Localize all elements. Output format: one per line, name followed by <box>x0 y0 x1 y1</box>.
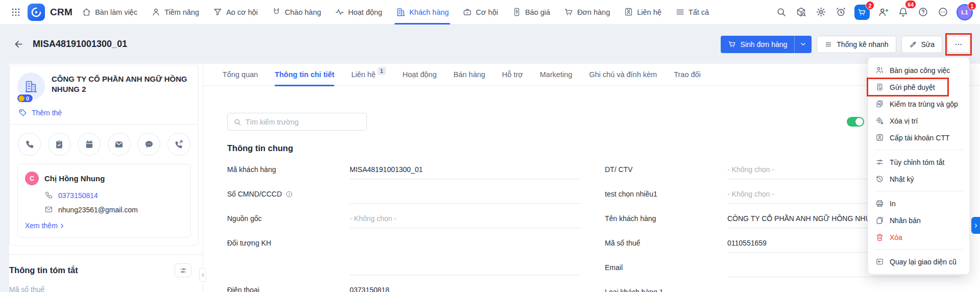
quick-stats-button[interactable]: Thống kê nhanh <box>817 36 896 53</box>
tab-contacts[interactable]: Liên hệ1 <box>351 64 385 86</box>
nav-item-opportunity-pool[interactable]: Ao cơ hội <box>213 0 258 25</box>
settings-button[interactable] <box>813 4 829 20</box>
field-placeholder: - Không chọn - <box>727 165 774 174</box>
tab-details[interactable]: Thông tin chi tiết <box>275 64 334 86</box>
company-card: 0 CÔNG TY CỔ PHẦN ANH NGỮ HỒNG NHUNG 2 T… <box>9 65 199 246</box>
field-input-customer-object[interactable] <box>350 231 581 278</box>
menu-item-handover-task[interactable]: Bàn giao công việc <box>868 62 969 79</box>
customize-summary-button[interactable] <box>175 263 191 277</box>
tab-label: Bán hàng <box>453 70 485 79</box>
menu-item-logs[interactable]: Nhật ký <box>868 171 969 187</box>
field-input-customer-type-1[interactable] <box>727 280 959 292</box>
add-tag-link[interactable]: Thêm thẻ <box>18 108 191 117</box>
nav-item-customers[interactable]: Khách hàng <box>396 0 449 25</box>
nav-item-orders[interactable]: Đơn hàng <box>564 0 610 25</box>
generate-order-caret[interactable] <box>794 36 812 53</box>
content-area: 0 CÔNG TY CỔ PHẦN ANH NGỮ HỒNG NHUNG 2 T… <box>0 64 980 292</box>
see-more-link[interactable]: Xem thêm <box>25 222 183 230</box>
tab-notes-attachments[interactable]: Ghi chú và đính kèm <box>589 64 657 86</box>
callout-button[interactable] <box>167 133 190 156</box>
menu-item-delete-location[interactable]: Xóa vị trí <box>868 112 969 129</box>
field-input-source[interactable]: - Không chọn - <box>350 206 581 231</box>
field-label-customer-type-1: Loại khách hàng 1 <box>605 280 727 292</box>
sidebar-collapse-button[interactable] <box>199 268 206 282</box>
field-input-phone[interactable]: 0373150818 <box>350 278 581 292</box>
clipboard-icon <box>54 139 64 150</box>
tab-activities[interactable]: Hoạt động <box>403 64 437 86</box>
generate-order-button[interactable]: Sinh đơn hàng <box>721 36 795 53</box>
sms-button[interactable] <box>137 133 160 156</box>
nav-item-opportunities[interactable]: Cơ hội <box>462 0 498 25</box>
show-empty-fields-toggle[interactable] <box>847 117 864 127</box>
tab-marketing[interactable]: Marketing <box>540 64 573 86</box>
email-button[interactable] <box>108 133 131 156</box>
app-launcher-button[interactable] <box>8 4 23 21</box>
notifications-button[interactable]: 64 <box>895 4 912 20</box>
meeting-button[interactable] <box>78 133 101 156</box>
nav-item-quotes[interactable]: Báo giá <box>512 0 550 25</box>
help-button[interactable] <box>915 4 932 20</box>
chat-icon <box>144 139 154 150</box>
menu-item-grant-portal-account[interactable]: Cấp tài khoản CTT <box>868 129 969 146</box>
field-label-phone: Điện thoại <box>227 278 350 292</box>
tab-label: Hỗ trợ <box>502 70 523 79</box>
nav-item-all[interactable]: Tất cả <box>675 0 709 25</box>
sliders-icon <box>875 158 884 166</box>
nav-item-contacts[interactable]: Liên hệ <box>624 0 662 25</box>
reminder-button[interactable] <box>832 4 849 20</box>
section-title: Thông tin chung <box>227 143 959 153</box>
pencil-icon <box>909 40 917 48</box>
back-button[interactable] <box>11 37 26 52</box>
page-title: MISA48191001300_01 <box>33 39 127 50</box>
tab-sales[interactable]: Bán hàng <box>453 64 485 86</box>
menu-item-send-approval[interactable]: Gửi phê duyệt <box>868 79 969 95</box>
menu-item-check-duplicate-merge[interactable]: Kiểm tra trùng và gộp <box>868 95 969 112</box>
tab-label: Tổng quan <box>223 70 258 79</box>
loyalty-coin-badge: 0 <box>16 93 34 103</box>
menu-item-back-to-old-ui[interactable]: Quay lại giao diện cũ <box>868 253 969 270</box>
menu-divider <box>874 150 963 150</box>
contact-avatar: C <box>25 172 39 185</box>
edit-button[interactable]: Sửa <box>901 36 943 53</box>
cart-button[interactable]: 2 <box>854 5 870 20</box>
menu-item-print[interactable]: In <box>868 195 969 212</box>
form-columns: Mã khách hàngMISA48191001300_01Số CMND/C… <box>227 157 959 292</box>
nav-item-leads[interactable]: Tiềm năng <box>151 0 199 25</box>
field-input-id-number[interactable] <box>350 182 581 206</box>
field-input-customer-code[interactable]: MISA48191001300_01 <box>350 157 581 182</box>
invite-user-button[interactable] <box>875 4 892 20</box>
user-avatar[interactable]: L1 1 <box>957 4 973 20</box>
field-placeholder: - Không chọn - <box>350 214 397 223</box>
magnet-icon <box>272 7 281 17</box>
menu-item-delete[interactable]: Xóa <box>868 229 969 246</box>
more-actions-button[interactable] <box>947 36 970 53</box>
field-label-email: Email <box>605 255 727 280</box>
tab-label: Trao đổi <box>674 70 701 79</box>
menu-item-customize-summary[interactable]: Tùy chỉnh tóm tắt <box>868 154 969 171</box>
contact-phone-link[interactable]: 0373150814 <box>58 191 98 200</box>
product-lookup-button[interactable] <box>793 4 810 20</box>
crm-logo[interactable] <box>28 4 45 21</box>
left-gutter <box>0 64 9 292</box>
primary-contact-card: C Chị Hồng Nhung 0373150814 nhung23561@g… <box>17 164 191 238</box>
avatar-badge: 1 <box>968 2 976 10</box>
gear-icon <box>816 7 826 17</box>
expand-panel-button[interactable] <box>971 217 980 234</box>
task-button[interactable] <box>48 133 71 156</box>
field-search-input[interactable] <box>246 118 361 126</box>
tab-support[interactable]: Hỗ trợ <box>502 64 523 86</box>
tab-discussion[interactable]: Trao đổi <box>674 64 701 86</box>
field-value: 0110551659 <box>727 239 767 247</box>
call-button[interactable] <box>18 133 41 156</box>
tab-overview[interactable]: Tổng quan <box>223 64 258 86</box>
navbar-right: 2 64 L1 1 <box>773 4 973 20</box>
menu3-icon <box>675 7 685 17</box>
more-apps-button[interactable] <box>935 4 951 20</box>
menu-item-duplicate[interactable]: Nhân bản <box>868 212 969 229</box>
global-search-button[interactable] <box>773 4 790 20</box>
nav-item-workspace[interactable]: Bàn làm việc <box>82 0 137 25</box>
menu-item-label: Xóa <box>890 233 902 241</box>
nav-item-sales-offer[interactable]: Chào hàng <box>272 0 321 25</box>
nav-item-activities[interactable]: Hoạt động <box>335 0 382 25</box>
field-label-text: Tên khách hàng <box>605 214 656 223</box>
